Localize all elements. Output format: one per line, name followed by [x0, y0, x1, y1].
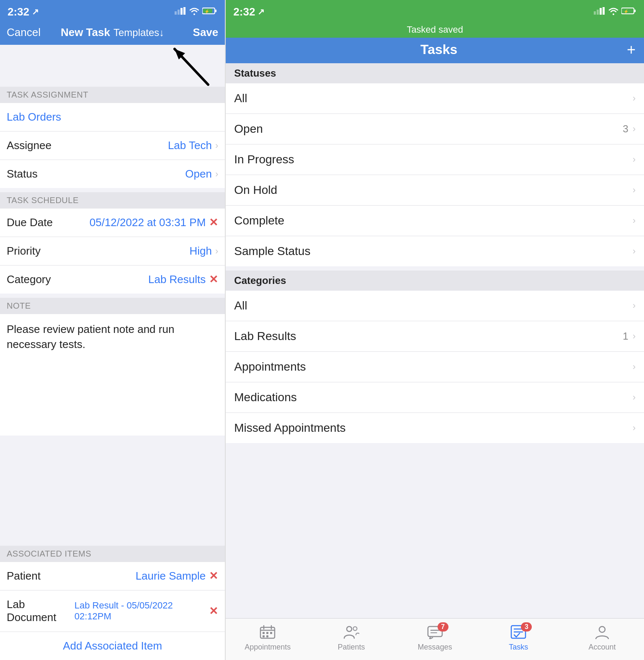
category-lab-results-right: 1 › [623, 330, 636, 342]
right-battery-icon: ⚡ [621, 7, 636, 17]
due-date-clear-icon[interactable]: ✕ [209, 216, 218, 229]
status-on-hold-label: On Hold [234, 183, 277, 197]
patient-clear-icon[interactable]: ✕ [209, 570, 218, 583]
status-item-on-hold[interactable]: On Hold › [226, 175, 644, 206]
right-time: 2:32 ↗ [233, 5, 265, 18]
status-open-chevron: › [633, 124, 636, 134]
status-open-badge: 3 [623, 123, 628, 135]
tab-account[interactable]: Account [560, 625, 644, 652]
category-item-appointments[interactable]: Appointments › [226, 352, 644, 382]
status-row[interactable]: Status Open › [0, 160, 225, 188]
nav-title: New Task [61, 26, 110, 39]
priority-row[interactable]: Priority High › [0, 237, 225, 266]
category-item-medications[interactable]: Medications › [226, 382, 644, 413]
category-row[interactable]: Category Lab Results ✕ [0, 266, 225, 294]
templates-button[interactable]: Templates↓ [113, 27, 164, 39]
due-date-row[interactable]: Due Date 05/12/2022 at 03:31 PM ✕ [0, 209, 225, 237]
tasks-badge: 3 [521, 622, 532, 632]
status-item-in-progress[interactable]: In Progress › [226, 144, 644, 175]
category-clear-icon[interactable]: ✕ [209, 273, 218, 286]
svg-rect-12 [600, 8, 602, 15]
svg-text:⚡: ⚡ [204, 9, 210, 14]
category-all-chevron: › [633, 300, 636, 311]
tab-appointments[interactable]: Appointments [226, 625, 309, 652]
status-value[interactable]: Open › [185, 168, 218, 180]
priority-value[interactable]: High › [189, 245, 218, 258]
lab-document-row[interactable]: Lab Document Lab Result - 05/05/2022 02:… [0, 590, 225, 632]
category-all-label: All [234, 299, 247, 312]
messages-tab-label: Messages [418, 643, 452, 652]
svg-point-27 [347, 626, 352, 632]
appointments-icon [260, 625, 276, 641]
svg-rect-25 [263, 635, 265, 637]
svg-rect-5 [215, 10, 216, 12]
tab-tasks[interactable]: 3 Tasks [477, 625, 561, 652]
left-status-bar: 2:32 ↗ ⚡ [0, 0, 225, 23]
status-item-open[interactable]: Open 3 › [226, 114, 644, 144]
cancel-button[interactable]: Cancel [7, 26, 41, 39]
lab-doc-clear-icon[interactable]: ✕ [209, 605, 218, 618]
location-icon: ↗ [32, 7, 39, 17]
tab-patients[interactable]: Patients [309, 625, 393, 652]
category-item-all[interactable]: All › [226, 291, 644, 321]
status-complete-right: › [633, 215, 636, 226]
status-all-label: All [234, 92, 247, 105]
status-value-text: Open [185, 168, 212, 180]
status-item-complete[interactable]: Complete › [226, 206, 644, 236]
category-value[interactable]: Lab Results ✕ [148, 273, 218, 286]
lab-doc-value-text: Lab Result - 05/05/2022 02:12PM [75, 600, 206, 622]
status-item-sample[interactable]: Sample Status › [226, 236, 644, 266]
lab-orders-row[interactable]: Lab Orders [0, 103, 225, 131]
right-location-icon: ↗ [258, 7, 265, 17]
category-lab-results-badge: 1 [623, 330, 628, 342]
add-associated-item-row[interactable]: Add Associated Item [0, 632, 225, 660]
tab-messages[interactable]: 7 Messages [393, 625, 477, 652]
save-button[interactable]: Save [193, 26, 219, 39]
category-value-text: Lab Results [148, 273, 206, 286]
patient-value[interactable]: Laurie Sample ✕ [136, 570, 219, 583]
category-label: Category [7, 273, 51, 286]
right-nav-title: Tasks [420, 42, 457, 57]
category-appointments-label: Appointments [234, 360, 306, 374]
statuses-section-header: Statuses [226, 63, 644, 83]
time-text: 2:32 [8, 5, 29, 18]
task-schedule-header: TASK SCHEDULE [0, 192, 225, 209]
category-lab-results-label: Lab Results [234, 330, 296, 343]
lab-doc-value[interactable]: Lab Result - 05/05/2022 02:12PM ✕ [75, 600, 219, 622]
task-assignment-header: TASK ASSIGNMENT [0, 87, 225, 103]
svg-rect-10 [594, 11, 596, 15]
category-missed-chevron: › [633, 423, 636, 433]
right-time-text: 2:32 [233, 5, 255, 18]
svg-rect-15 [634, 10, 636, 12]
right-panel: 2:32 ↗ ⚡ Tasked saved Tasks + Statuses A… [226, 0, 644, 660]
note-header: NOTE [0, 298, 225, 314]
left-nav-bar: Cancel New Task Templates↓ Save [0, 23, 225, 45]
patient-label: Patient [7, 570, 41, 583]
patients-tab-label: Patients [337, 643, 365, 652]
due-date-value[interactable]: 05/12/2022 at 03:31 PM ✕ [90, 216, 219, 229]
categories-section-header: Categories [226, 271, 644, 291]
assignee-row[interactable]: Assignee Lab Tech › [0, 131, 225, 160]
status-sample-label: Sample Status [234, 245, 310, 258]
status-in-progress-label: In Progress [234, 153, 294, 166]
svg-rect-23 [266, 632, 268, 634]
category-item-lab-results[interactable]: Lab Results 1 › [226, 321, 644, 352]
category-appointments-right: › [633, 361, 636, 372]
status-sample-right: › [633, 246, 636, 257]
category-item-missed[interactable]: Missed Appointments › [226, 413, 644, 443]
status-label: Status [7, 168, 38, 180]
lab-orders-link[interactable]: Lab Orders [7, 111, 61, 123]
lab-doc-label: Lab Document [7, 598, 75, 624]
svg-text:⚡: ⚡ [623, 9, 629, 14]
note-text[interactable]: Please review patient note and run neces… [0, 314, 225, 436]
category-appointments-chevron: › [633, 361, 636, 372]
add-task-button[interactable]: + [627, 42, 636, 57]
status-on-hold-right: › [633, 185, 636, 196]
status-item-all[interactable]: All › [226, 83, 644, 114]
toast-message: Tasked saved [226, 23, 644, 38]
svg-rect-3 [183, 7, 185, 15]
patient-row[interactable]: Patient Laurie Sample ✕ [0, 562, 225, 590]
add-associated-item-link[interactable]: Add Associated Item [63, 639, 162, 652]
assignee-value[interactable]: Lab Tech › [168, 139, 218, 152]
category-medications-chevron: › [633, 392, 636, 403]
